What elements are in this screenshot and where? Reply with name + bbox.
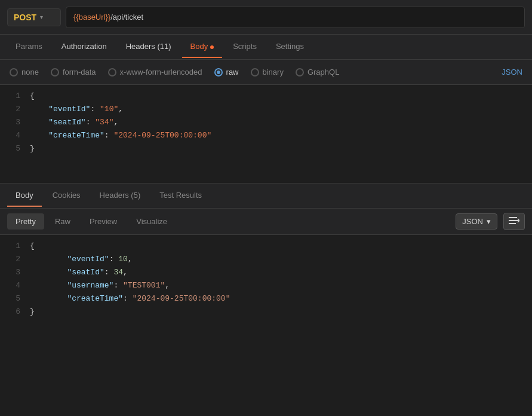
radio-binary[interactable]: binary [251, 68, 284, 77]
format-selector-label: JSON [462, 217, 483, 226]
chevron-down-icon: ▾ [487, 217, 491, 226]
request-body-editor[interactable]: 1 { 2 "eventId": "10", 3 "seatId": "34",… [0, 85, 532, 183]
radio-circle-urlencoded [108, 68, 116, 77]
tab-scripts[interactable]: Scripts [225, 36, 265, 58]
resp-line-2: 2 "eventId": 10, [0, 253, 532, 266]
radio-form-data[interactable]: form-data [51, 68, 96, 77]
method-label: POST [14, 13, 36, 22]
resp-line-5: 5 "createTime": "2024-09-25T00:00:00" [0, 292, 532, 305]
resp-line-num-5: 5 [0, 292, 30, 305]
format-tab-pretty[interactable]: Pretty [7, 213, 44, 230]
format-tab-preview[interactable]: Preview [81, 213, 125, 230]
body-type-bar: none form-data x-www-form-urlencoded raw… [0, 60, 532, 85]
radio-raw[interactable]: raw [214, 68, 239, 77]
radio-graphql[interactable]: GraphQL [296, 68, 339, 77]
wrap-icon-svg [509, 216, 519, 225]
req-line-num-1: 1 [0, 90, 30, 103]
req-line-content-3: "seatId": "34", [30, 116, 118, 129]
response-tabs: Body Cookies Headers (5) Test Results [0, 183, 532, 209]
req-line-num-3: 3 [0, 116, 30, 129]
resp-line-num-3: 3 [0, 266, 30, 279]
request-tabs: Params Authorization Headers (11) Body S… [0, 35, 532, 60]
method-selector[interactable]: POST ▾ [7, 8, 61, 26]
radio-none[interactable]: none [10, 68, 39, 77]
req-line-content-4: "createTime": "2024-09-25T00:00:00" [30, 129, 211, 142]
url-path-part: /api/ticket [110, 13, 143, 22]
format-tab-raw[interactable]: Raw [47, 213, 79, 230]
req-line-num-2: 2 [0, 103, 30, 116]
format-tab-visualize[interactable]: Visualize [128, 213, 176, 230]
resp-line-content-3: "seatId": 34, [30, 266, 128, 279]
radio-circle-raw [214, 68, 223, 77]
resp-tab-body[interactable]: Body [7, 185, 42, 207]
resp-tab-test-results[interactable]: Test Results [151, 185, 210, 207]
radio-circle-graphql [296, 68, 304, 77]
tab-authorization[interactable]: Authorization [53, 36, 115, 58]
wrap-toggle-button[interactable] [503, 213, 525, 230]
json-type-label[interactable]: JSON [502, 68, 522, 77]
req-line-3: 3 "seatId": "34", [0, 116, 532, 129]
resp-line-3: 3 "seatId": 34, [0, 266, 532, 279]
req-line-num-4: 4 [0, 129, 30, 142]
radio-circle-form-data [51, 68, 59, 77]
radio-urlencoded[interactable]: x-www-form-urlencoded [108, 68, 202, 77]
resp-line-content-1: { [30, 240, 35, 253]
resp-line-num-2: 2 [0, 253, 30, 266]
resp-line-1: 1 { [0, 240, 532, 253]
req-line-content-5: } [30, 142, 35, 155]
resp-line-num-6: 6 [0, 305, 30, 319]
url-input[interactable]: {{baseUrl}}/api/ticket [66, 7, 525, 28]
radio-label-binary: binary [263, 68, 284, 77]
svg-rect-2 [509, 223, 516, 224]
tab-headers[interactable]: Headers (11) [118, 36, 180, 58]
radio-label-none: none [21, 68, 39, 77]
resp-line-content-6: } [30, 305, 35, 319]
req-line-content-1: { [30, 90, 35, 103]
resp-line-num-1: 1 [0, 240, 30, 253]
resp-line-content-5: "createTime": "2024-09-25T00:00:00" [30, 292, 230, 305]
req-line-4: 4 "createTime": "2024-09-25T00:00:00" [0, 129, 532, 142]
response-format-bar: Pretty Raw Preview Visualize JSON ▾ [0, 209, 532, 235]
resp-line-num-4: 4 [0, 279, 30, 292]
resp-line-content-4: "username": "TEST001", [30, 279, 170, 292]
radio-label-form-data: form-data [63, 68, 96, 77]
req-line-5: 5 } [0, 142, 532, 155]
resp-line-6: 6 } [0, 305, 532, 319]
tab-body[interactable]: Body [182, 36, 223, 58]
tab-settings[interactable]: Settings [267, 36, 312, 58]
radio-label-urlencoded: x-www-form-urlencoded [120, 68, 202, 77]
radio-label-graphql: GraphQL [307, 68, 339, 77]
response-body-viewer: 1 { 2 "eventId": 10, 3 "seatId": 34, 4 "… [0, 235, 532, 415]
resp-tab-headers[interactable]: Headers (5) [91, 185, 149, 207]
radio-circle-binary [251, 68, 259, 77]
req-line-2: 2 "eventId": "10", [0, 103, 532, 116]
resp-line-4: 4 "username": "TEST001", [0, 279, 532, 292]
req-line-num-5: 5 [0, 142, 30, 155]
svg-rect-0 [509, 217, 517, 218]
svg-rect-1 [509, 220, 519, 221]
format-selector-dropdown[interactable]: JSON ▾ [456, 213, 497, 230]
tab-params[interactable]: Params [7, 36, 51, 58]
req-line-content-2: "eventId": "10", [30, 103, 123, 116]
req-line-1: 1 { [0, 90, 532, 103]
url-bar: POST ▾ {{baseUrl}}/api/ticket [0, 0, 532, 35]
radio-label-raw: raw [226, 68, 239, 77]
chevron-down-icon: ▾ [40, 14, 43, 20]
radio-circle-none [10, 68, 18, 77]
resp-line-content-2: "eventId": 10, [30, 253, 133, 266]
body-active-dot [210, 45, 214, 49]
resp-tab-cookies[interactable]: Cookies [44, 185, 89, 207]
url-template-part: {{baseUrl}} [73, 13, 110, 22]
